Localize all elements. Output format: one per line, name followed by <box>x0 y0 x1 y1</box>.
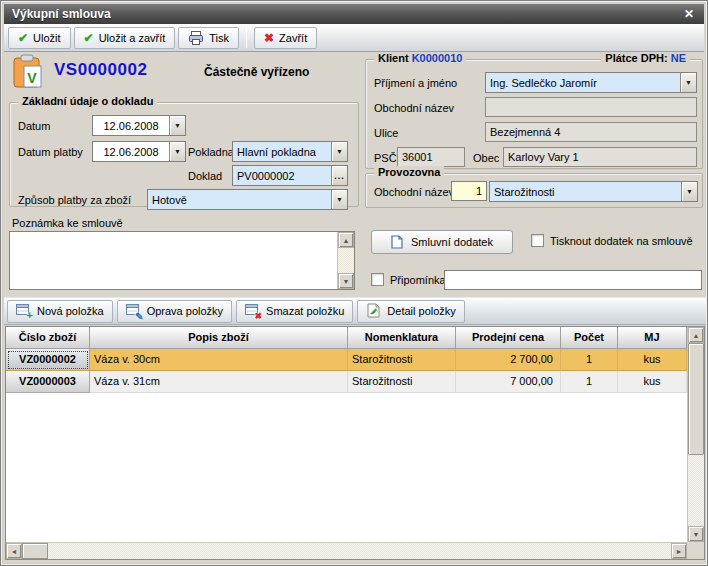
items-toolbar: + Nová položka ✎ Oprava položky ✖ Smazat… <box>4 297 706 325</box>
datum-platby-dropdown-icon[interactable]: ▼ <box>169 142 185 161</box>
window-title: Výkupní smlouva <box>12 7 682 21</box>
ulice-field: Bezejmenná 4 <box>485 122 697 142</box>
vertical-scroll-track[interactable] <box>688 455 704 526</box>
column-header[interactable]: Počet <box>561 327 618 349</box>
column-header[interactable]: Číslo zboží <box>6 327 90 349</box>
datum-dropdown-icon[interactable]: ▼ <box>169 116 185 135</box>
save-button[interactable]: ✔ Uložit <box>8 27 71 49</box>
pripominka-checkbox[interactable] <box>371 273 384 286</box>
row-header-cell[interactable]: VZ0000002 <box>6 349 90 371</box>
table-cell[interactable]: 2 700,00 <box>456 349 561 371</box>
provozovna-nazev-label: Obchodní název <box>374 186 454 198</box>
datum-platby-field[interactable]: 12.06.2008 ▼ <box>92 141 186 162</box>
row-header-cell[interactable]: VZ0000003 <box>6 371 90 393</box>
save-label: Uložit <box>33 32 61 44</box>
new-item-icon: + <box>16 303 32 319</box>
scroll-down-icon[interactable]: ▼ <box>688 526 704 542</box>
zpusob-platby-dropdown-icon[interactable]: ▼ <box>331 190 347 209</box>
table-cell[interactable]: Váza v. 31cm <box>90 371 348 393</box>
scroll-up-icon[interactable]: ▲ <box>688 327 704 343</box>
table-cell[interactable]: kus <box>618 371 687 393</box>
scroll-right-icon[interactable]: ► <box>671 543 687 559</box>
datum-value: 12.06.2008 <box>93 120 169 132</box>
horizontal-scroll-thumb[interactable] <box>22 543 48 559</box>
obec-value: Karlovy Vary 1 <box>504 151 696 163</box>
pripominka-input[interactable] <box>444 270 702 290</box>
content-area: V VS0000002 Částečně vyřízeno Základní ú… <box>4 52 704 563</box>
horizontal-scroll-track[interactable] <box>48 543 671 559</box>
note-textarea[interactable]: ▲ ▼ <box>9 231 355 290</box>
jmeno-label: Příjmení a jméno <box>374 77 457 89</box>
new-item-button[interactable]: + Nová položka <box>7 300 113 323</box>
datum-field[interactable]: 12.06.2008 ▼ <box>92 115 186 136</box>
check-icon: ✔ <box>84 31 94 45</box>
column-header[interactable]: Popis zboží <box>90 327 348 349</box>
edit-item-button[interactable]: ✎ Oprava položky <box>117 300 232 323</box>
items-table-scroll-area: Číslo zbožíPopis zbožíNomenklaturaProdej… <box>6 327 687 542</box>
svg-text:V: V <box>27 70 37 86</box>
zpusob-platby-combobox[interactable]: Hotově ▼ <box>147 189 348 210</box>
obchodni-nazev-label: Obchodní název <box>374 102 454 114</box>
dph-value: NE <box>671 52 686 64</box>
note-scrollbar[interactable]: ▲ ▼ <box>337 232 354 289</box>
note-text[interactable] <box>10 232 337 289</box>
close-window-icon[interactable]: ✕ <box>682 7 696 21</box>
toolbar-separator <box>246 28 247 48</box>
klient-code: K0000010 <box>412 52 463 64</box>
table-row[interactable]: VZ0000003Váza v. 31cmStarožitnosti7 000,… <box>6 371 687 393</box>
dph-label: Plátce DPH: <box>605 52 667 64</box>
provozovna-dropdown-icon[interactable]: ▼ <box>681 182 697 201</box>
save-and-close-label: Uložit a zavřít <box>99 32 166 44</box>
column-header[interactable]: Prodejní cena <box>456 327 561 349</box>
document-status: Částečně vyřízeno <box>204 65 309 79</box>
table-row[interactable]: VZ0000002Váza v. 30cmStarožitnosti2 700,… <box>6 349 687 371</box>
pokladna-dropdown-icon[interactable]: ▼ <box>331 142 347 161</box>
psc-value: 36001 <box>398 151 464 163</box>
psc-field: 36001 <box>397 147 465 167</box>
table-cell[interactable]: Starožitnosti <box>348 371 456 393</box>
note-scroll-track[interactable] <box>338 248 354 273</box>
provozovna-cislo-field[interactable]: 1 <box>451 181 487 201</box>
jmeno-combobox[interactable]: Ing. Sedlečko Jaromír ▼ <box>485 72 697 93</box>
pripominka-checkbox-row: Připomínka <box>371 273 446 286</box>
title-bar[interactable]: Výkupní smlouva ✕ <box>4 4 704 24</box>
zpusob-platby-value: Hotově <box>148 194 331 206</box>
items-horizontal-scrollbar[interactable]: ◄ ► <box>6 542 687 559</box>
smluvni-dodatek-button[interactable]: Smluvní dodatek <box>371 230 513 254</box>
detail-item-icon <box>366 303 382 319</box>
jmeno-dropdown-icon[interactable]: ▼ <box>680 73 696 92</box>
edit-item-label: Oprava položky <box>147 305 223 317</box>
table-cell[interactable]: Váza v. 30cm <box>90 349 348 371</box>
vertical-scroll-thumb[interactable] <box>688 343 704 455</box>
table-cell[interactable]: 1 <box>561 371 618 393</box>
delete-item-icon: ✖ <box>245 303 261 319</box>
provozovna-combobox[interactable]: Starožitnosti ▼ <box>489 181 698 202</box>
tisknout-dodatek-label: Tisknout dodatek na smlouvě <box>550 235 693 247</box>
table-cell[interactable]: 1 <box>561 349 618 371</box>
table-cell[interactable]: Starožitnosti <box>348 349 456 371</box>
delete-item-button[interactable]: ✖ Smazat položku <box>236 300 353 323</box>
table-cell[interactable]: 7 000,00 <box>456 371 561 393</box>
close-label: Zavřít <box>279 32 307 44</box>
tisknout-dodatek-checkbox-row: Tisknout dodatek na smlouvě <box>531 234 693 247</box>
close-button[interactable]: ✖ Zavřít <box>254 27 317 49</box>
save-and-close-button[interactable]: ✔ Uložit a zavřít <box>74 27 176 49</box>
doklad-browse-icon[interactable]: ... <box>331 166 347 185</box>
doklad-field[interactable]: PV0000002 ... <box>232 165 348 186</box>
tisknout-dodatek-checkbox[interactable] <box>531 234 544 247</box>
scroll-up-icon[interactable]: ▲ <box>338 232 354 248</box>
pokladna-value: Hlavní pokladna <box>233 146 331 158</box>
table-cell[interactable]: kus <box>618 349 687 371</box>
pokladna-combobox[interactable]: Hlavní pokladna ▼ <box>232 141 348 162</box>
group-basic-title: Základní údaje o dokladu <box>18 95 157 107</box>
print-button[interactable]: Tisk <box>178 27 239 49</box>
scroll-left-icon[interactable]: ◄ <box>6 543 22 559</box>
detail-item-button[interactable]: Detail položky <box>357 300 464 323</box>
items-vertical-scrollbar[interactable]: ▲ ▼ <box>687 327 704 542</box>
column-header[interactable]: MJ <box>618 327 687 349</box>
scroll-down-icon[interactable]: ▼ <box>338 273 354 289</box>
red-x-icon: ✖ <box>264 31 274 45</box>
datum-platby-value: 12.06.2008 <box>93 146 169 158</box>
check-icon: ✔ <box>18 31 28 45</box>
column-header[interactable]: Nomenklatura <box>348 327 456 349</box>
